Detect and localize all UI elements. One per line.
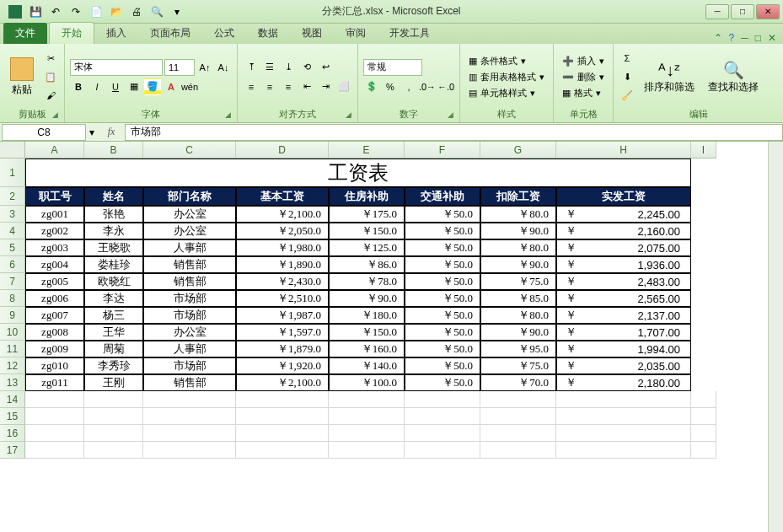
col-header-D[interactable]: D <box>236 142 329 159</box>
empty-cell[interactable] <box>25 442 84 459</box>
data-cell[interactable]: ￥160.0 <box>329 341 405 357</box>
data-cell[interactable]: zg011 <box>25 374 84 391</box>
open-icon[interactable]: 📂 <box>108 3 125 20</box>
preview-icon[interactable]: 🔍 <box>148 3 165 20</box>
data-cell[interactable]: 市场部 <box>143 357 236 374</box>
cell-styles-button[interactable]: ▤单元格样式▾ <box>465 86 548 100</box>
empty-cell[interactable] <box>556 408 691 425</box>
empty-cell[interactable] <box>25 425 84 442</box>
header-cell[interactable]: 姓名 <box>84 187 143 206</box>
empty-cell[interactable] <box>556 425 691 442</box>
header-cell[interactable]: 职工号 <box>25 187 84 206</box>
col-header-F[interactable]: F <box>405 142 480 159</box>
col-header-G[interactable]: G <box>480 142 556 159</box>
data-cell[interactable]: ￥50.0 <box>405 256 480 273</box>
format-cells-button[interactable]: ▦格式▾ <box>559 86 608 100</box>
empty-cell[interactable] <box>236 425 329 442</box>
empty-cell[interactable] <box>329 391 405 408</box>
orientation-icon[interactable]: ⟲ <box>298 59 315 76</box>
data-cell[interactable]: ￥75.0 <box>480 357 556 374</box>
data-cell[interactable]: ￥50.0 <box>405 206 480 223</box>
indent-inc-icon[interactable]: ⇥ <box>317 78 334 95</box>
paste-button[interactable]: 粘贴 <box>5 47 39 106</box>
row-header-15[interactable]: 15 <box>0 408 25 425</box>
percent-icon[interactable]: % <box>382 78 399 95</box>
data-cell[interactable]: 杨三 <box>84 307 143 324</box>
data-cell[interactable]: ￥50.0 <box>405 374 480 391</box>
data-cell[interactable]: 销售部 <box>143 256 236 273</box>
data-cell[interactable]: zg003 <box>25 239 84 256</box>
copy-icon[interactable]: 📋 <box>42 68 59 85</box>
data-cell-net[interactable]: ￥2,160.00 <box>556 223 691 239</box>
empty-cell[interactable] <box>480 408 556 425</box>
data-cell[interactable]: ￥100.0 <box>329 374 405 391</box>
row-header-2[interactable]: 2 <box>0 187 25 206</box>
doc-close-icon[interactable]: ✕ <box>768 32 776 44</box>
data-cell[interactable]: ￥1,890.0 <box>236 256 329 273</box>
row-header-14[interactable]: 14 <box>0 391 25 408</box>
header-cell[interactable]: 实发工资 <box>556 187 691 206</box>
merge-icon[interactable]: ⬜ <box>335 78 352 95</box>
data-cell[interactable]: 李永 <box>84 223 143 239</box>
align-top-icon[interactable]: ⤒ <box>243 59 260 76</box>
empty-cell[interactable] <box>25 391 84 408</box>
data-cell[interactable]: ￥85.0 <box>480 290 556 307</box>
align-bottom-icon[interactable]: ⤓ <box>280 59 297 76</box>
data-cell[interactable]: ￥75.0 <box>480 273 556 290</box>
tab-3[interactable]: 公式 <box>202 23 246 44</box>
data-cell[interactable]: ￥90.0 <box>480 223 556 239</box>
row-header-11[interactable]: 11 <box>0 341 25 357</box>
currency-icon[interactable]: 💲 <box>363 78 380 95</box>
formula-input[interactable]: 市场部 <box>125 124 783 141</box>
font-size-select[interactable]: 11 <box>164 59 195 76</box>
tab-5[interactable]: 视图 <box>290 23 334 44</box>
cells-area[interactable]: 工资表职工号姓名部门名称基本工资住房补助交通补助扣除工资实发工资zg001张艳办… <box>25 159 716 459</box>
dec-decimal-icon[interactable]: ←.0 <box>437 78 454 95</box>
data-cell[interactable]: ￥90.0 <box>480 324 556 341</box>
empty-cell[interactable] <box>143 442 236 459</box>
tab-4[interactable]: 数据 <box>246 23 290 44</box>
format-painter-icon[interactable]: 🖌 <box>42 87 59 104</box>
empty-cell[interactable] <box>480 425 556 442</box>
font-color-button[interactable]: A <box>163 78 180 95</box>
tab-6[interactable]: 审阅 <box>334 23 378 44</box>
shrink-font-icon[interactable]: A↓ <box>215 59 232 76</box>
data-cell[interactable]: ￥86.0 <box>329 256 405 273</box>
row-header-10[interactable]: 10 <box>0 324 25 341</box>
data-cell-net[interactable]: ￥2,035.00 <box>556 357 691 374</box>
clear-icon[interactable]: 🧹 <box>619 87 636 104</box>
data-cell[interactable]: 人事部 <box>143 341 236 357</box>
empty-cell[interactable] <box>236 408 329 425</box>
new-icon[interactable]: 📄 <box>88 3 105 20</box>
empty-cell[interactable] <box>691 425 716 442</box>
select-all-corner[interactable] <box>0 142 25 159</box>
empty-cell[interactable] <box>329 425 405 442</box>
col-header-C[interactable]: C <box>143 142 236 159</box>
row-header-4[interactable]: 4 <box>0 223 25 239</box>
row-header-7[interactable]: 7 <box>0 273 25 290</box>
empty-cell[interactable] <box>143 408 236 425</box>
align-right-icon[interactable]: ≡ <box>280 78 297 95</box>
row-header-17[interactable]: 17 <box>0 442 25 459</box>
empty-cell[interactable] <box>405 408 480 425</box>
data-cell[interactable]: zg001 <box>25 206 84 223</box>
header-cell[interactable]: 基本工资 <box>236 187 329 206</box>
data-cell[interactable]: zg004 <box>25 256 84 273</box>
data-cell[interactable]: ￥140.0 <box>329 357 405 374</box>
data-cell-net[interactable]: ￥2,483.00 <box>556 273 691 290</box>
data-cell[interactable]: ￥2,510.0 <box>236 290 329 307</box>
empty-cell[interactable] <box>84 425 143 442</box>
data-cell[interactable]: ￥50.0 <box>405 324 480 341</box>
data-cell[interactable]: zg006 <box>25 290 84 307</box>
data-cell[interactable]: ￥175.0 <box>329 206 405 223</box>
sort-filter-button[interactable]: ᴬ↓ᶻ 排序和筛选 <box>639 47 700 106</box>
cut-icon[interactable]: ✂ <box>42 50 59 67</box>
data-cell[interactable]: ￥50.0 <box>405 341 480 357</box>
empty-cell[interactable] <box>143 425 236 442</box>
data-cell[interactable]: ￥125.0 <box>329 239 405 256</box>
bold-button[interactable]: B <box>70 78 87 95</box>
empty-cell[interactable] <box>405 425 480 442</box>
data-cell[interactable]: 李秀珍 <box>84 357 143 374</box>
col-header-E[interactable]: E <box>329 142 405 159</box>
find-select-button[interactable]: 🔍 查找和选择 <box>703 47 764 106</box>
